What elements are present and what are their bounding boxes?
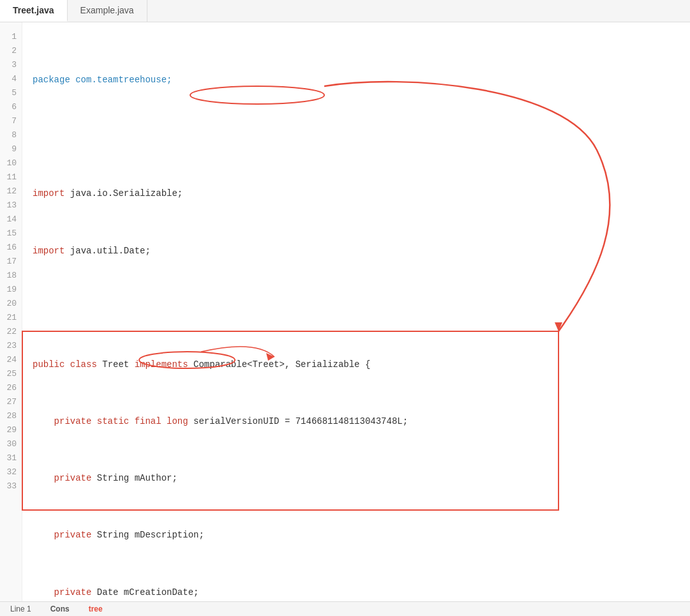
- tab-example-java[interactable]: Example.java: [68, 0, 147, 22]
- code-line: package com.teamtreehouse;: [33, 73, 680, 87]
- line-label: Line 1: [10, 605, 31, 613]
- code-line: public class Treet implements Comparable…: [33, 357, 680, 372]
- svg-point-0: [190, 86, 324, 104]
- code-line: [33, 301, 680, 315]
- code-line: private static final long serialVersionU…: [33, 414, 680, 428]
- code-area: package com.teamtreehouse; import java.i…: [22, 22, 690, 616]
- code-line: [33, 130, 680, 144]
- tab-bar: Treet.java Example.java: [0, 0, 690, 22]
- svg-marker-3: [555, 322, 562, 331]
- status-console: Cons: [50, 605, 70, 613]
- code-container: 12345 678910 1112131415 1617181920 21222…: [0, 22, 690, 616]
- code-line: import java.util.Date;: [33, 244, 680, 258]
- code-line: import java.io.Serializable;: [33, 187, 680, 201]
- status-line: Line 1: [10, 605, 31, 613]
- tree-value: tree: [89, 605, 103, 613]
- status-bar: Line 1 Cons tree: [0, 601, 690, 616]
- line-numbers: 12345 678910 1112131415 1617181920 21222…: [0, 22, 22, 616]
- code-line: private Date mCreationDate;: [33, 585, 680, 599]
- status-tree: tree: [89, 605, 103, 613]
- tab-treet-java[interactable]: Treet.java: [0, 0, 68, 22]
- code-line: private String mDescription;: [33, 529, 680, 543]
- code-line: private String mAuthor;: [33, 471, 680, 485]
- annotation-svg: [22, 22, 690, 533]
- console-label: Cons: [50, 605, 70, 613]
